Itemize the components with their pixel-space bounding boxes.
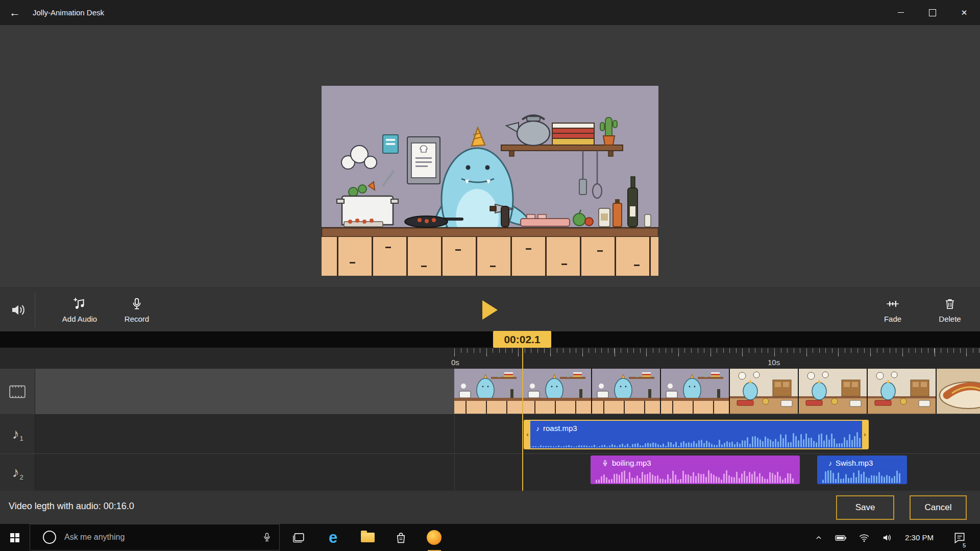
audio-clip-roast[interactable]: ♪ roast.mp3 ‹ › [524, 420, 869, 449]
edge-icon: e [329, 530, 337, 545]
trash-icon [943, 297, 957, 311]
waveform [822, 468, 902, 483]
timeline-origin-line [454, 414, 455, 491]
speaker-icon [10, 302, 27, 318]
clip-label: ♪ roast.mp3 [536, 424, 577, 433]
video-track-header [0, 369, 35, 414]
search-input[interactable] [63, 532, 262, 542]
video-frame-thumbnail[interactable] [592, 369, 661, 414]
time-strip [0, 331, 980, 347]
close-icon: ✕ [961, 8, 968, 17]
app-title: Jolly-Animation Desk [33, 8, 104, 17]
play-button[interactable] [482, 300, 498, 320]
windows-logo-icon [10, 533, 19, 542]
windows-taskbar: e [0, 524, 980, 551]
action-center-button[interactable] [946, 524, 973, 551]
ruler-minor-ticks [454, 348, 980, 353]
save-button[interactable]: Save [836, 495, 894, 520]
file-explorer-button[interactable] [354, 524, 381, 551]
clip-name: roast.mp3 [543, 424, 577, 433]
store-button[interactable] [387, 524, 414, 551]
fade-button[interactable]: Fade [870, 288, 916, 332]
battery-icon [835, 532, 847, 544]
taskbar-clock[interactable]: 2:30 PM [899, 524, 939, 551]
audio-clip-boiling[interactable]: boiling.mp3 [591, 456, 800, 484]
video-frame-thumbnail[interactable] [454, 369, 523, 414]
start-button[interactable] [0, 524, 30, 551]
video-frame-thumbnail[interactable] [523, 369, 592, 414]
music-note-icon: ♪ [12, 427, 19, 441]
delete-button[interactable]: Delete [927, 288, 973, 332]
network-status[interactable] [853, 524, 875, 551]
fade-icon [886, 297, 900, 311]
playhead[interactable] [522, 347, 523, 491]
video-track[interactable] [0, 369, 980, 414]
video-length-status: Video legth with audio: 00:16.0 [9, 501, 134, 512]
video-preview [322, 86, 658, 276]
waveform [530, 432, 863, 447]
add-audio-label: Add Audio [62, 315, 97, 323]
search-mic-button[interactable] [262, 532, 272, 543]
microphone-icon [602, 459, 608, 467]
delete-label: Delete [939, 315, 961, 323]
trim-handle-left[interactable]: ‹ [525, 421, 530, 448]
cortana-search-box[interactable] [30, 524, 280, 550]
close-button[interactable]: ✕ [948, 0, 980, 25]
music-note-icon: ♪ [828, 459, 832, 467]
fade-label: Fade [884, 315, 901, 323]
edge-browser-button[interactable]: e [320, 524, 347, 551]
clip-name: boiling.mp3 [612, 459, 651, 467]
music-note-icon: ♪ [536, 424, 540, 433]
task-view-button[interactable] [285, 524, 312, 551]
record-label: Record [125, 315, 149, 323]
timeline-ruler[interactable]: 0s 10s [0, 347, 980, 369]
microphone-icon [262, 532, 272, 543]
trim-handle-right[interactable]: › [862, 421, 868, 448]
ruler-label-10s: 10s [768, 358, 780, 367]
battery-status[interactable] [830, 524, 851, 551]
audio-clip-swish[interactable]: ♪ Swish.mp3 [817, 456, 907, 484]
video-frame-thumbnail[interactable] [799, 369, 868, 414]
minimize-icon [898, 12, 904, 13]
mute-button[interactable] [6, 288, 31, 332]
animation-app-button[interactable] [421, 524, 448, 551]
film-frame-icon [9, 385, 26, 398]
add-audio-button[interactable]: Add Audio [56, 288, 103, 332]
notification-count-badge: 5 [963, 542, 966, 548]
speaker-icon [882, 532, 893, 543]
clip-label: boiling.mp3 [602, 459, 651, 467]
video-frame-thumbnails[interactable] [454, 369, 980, 414]
app-window: ← Jolly-Animation Desk ✕ [0, 0, 980, 551]
preview-area [0, 25, 980, 288]
maximize-icon [929, 9, 936, 16]
add-audio-icon [72, 297, 87, 311]
titlebar: ← Jolly-Animation Desk ✕ [0, 0, 980, 25]
microphone-icon [130, 297, 143, 311]
video-frame-thumbnail[interactable] [868, 369, 937, 414]
music-note-icon: ♪ [12, 465, 19, 480]
task-view-icon [292, 531, 305, 544]
minimize-button[interactable] [885, 0, 917, 25]
maximize-button[interactable] [917, 0, 948, 25]
cancel-button[interactable]: Cancel [910, 495, 967, 520]
window-controls: ✕ [885, 0, 980, 25]
folder-icon [361, 533, 375, 542]
audio-toolbar: Add Audio Record Fade Delete [0, 288, 980, 332]
footer-bar: Video legth with audio: 00:16.0 Save Can… [0, 491, 980, 524]
cortana-icon [43, 531, 56, 544]
shopping-bag-icon [395, 531, 407, 544]
audio-track-1-header: ♪1 [0, 414, 35, 453]
record-button[interactable]: Record [113, 288, 160, 332]
chevron-up-icon [814, 533, 824, 543]
back-arrow-icon: ← [9, 6, 20, 19]
video-frame-thumbnail[interactable] [730, 369, 799, 414]
tray-expand-button[interactable] [808, 524, 829, 551]
track-number: 2 [19, 473, 23, 481]
video-frame-thumbnail[interactable] [661, 369, 730, 414]
current-time-badge[interactable]: 00:02.1 [493, 331, 551, 348]
back-button[interactable]: ← [0, 0, 30, 25]
volume-status[interactable] [877, 524, 898, 551]
audio-track-2-header: ♪2 [0, 454, 35, 491]
video-frame-thumbnail[interactable] [937, 369, 980, 414]
kitchen-scene-illustration [322, 86, 658, 276]
